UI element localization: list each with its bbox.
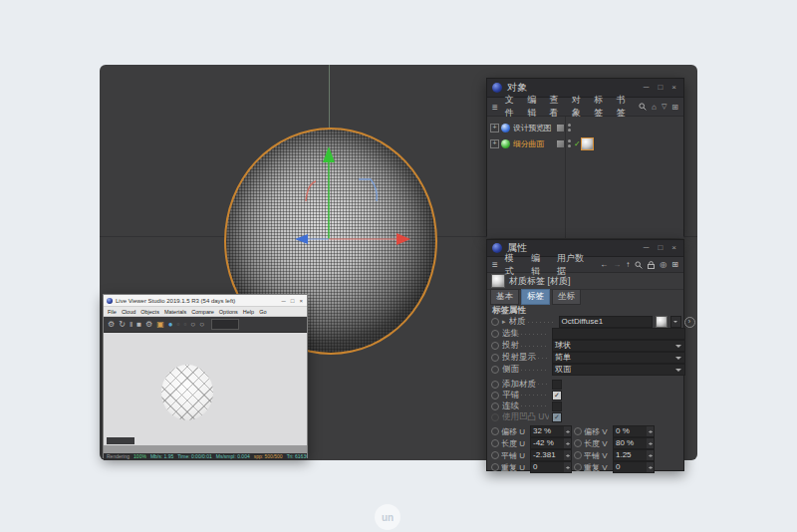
keyframe-toggle-icon[interactable]: [491, 427, 499, 435]
menu-compare[interactable]: Compare: [191, 309, 214, 315]
object-icon-preview[interactable]: [501, 124, 510, 133]
close-icon[interactable]: ×: [299, 298, 303, 304]
add-panel-icon[interactable]: ⊞: [671, 260, 678, 269]
menu-help[interactable]: Help: [243, 309, 254, 315]
region-render-icon[interactable]: ●: [168, 321, 173, 329]
expand-arrow-icon[interactable]: ▸: [502, 318, 506, 326]
material-dropdown-button[interactable]: [670, 316, 681, 328]
search-icon[interactable]: [639, 103, 647, 111]
menu-options[interactable]: Options: [219, 309, 238, 315]
keyframe-toggle-icon[interactable]: [491, 330, 499, 338]
tile-checkbox[interactable]: ✓: [552, 391, 562, 400]
restart-render-icon[interactable]: ↻: [119, 321, 126, 329]
menu-file[interactable]: File: [108, 309, 117, 315]
maximize-icon[interactable]: □: [291, 298, 295, 304]
tree-row-design-preview[interactable]: + 设计预览图: [487, 120, 683, 135]
stepper[interactable]: [647, 426, 654, 436]
repeat-u-field[interactable]: 0: [530, 461, 572, 473]
menu-go[interactable]: Go: [259, 309, 266, 315]
keyframe-toggle-icon[interactable]: [491, 318, 499, 326]
minimize-icon[interactable]: ─: [644, 244, 650, 252]
search-icon[interactable]: [635, 261, 643, 269]
home-icon[interactable]: ⌂: [652, 103, 657, 112]
object-icon-subdivision[interactable]: [501, 139, 510, 148]
repeat-v-field[interactable]: 0: [613, 461, 655, 473]
minimize-icon[interactable]: ─: [282, 298, 286, 304]
expander-icon[interactable]: +: [490, 139, 499, 148]
stepper[interactable]: [564, 426, 571, 436]
tab-coordinates[interactable]: 坐标: [552, 289, 581, 305]
picker-icon[interactable]: ▫: [177, 321, 180, 329]
side-select[interactable]: 双面: [552, 364, 685, 376]
stepper[interactable]: [564, 462, 571, 472]
keyframe-toggle-icon[interactable]: [491, 402, 499, 410]
up-icon[interactable]: ↑: [626, 260, 630, 269]
camera-light-icon[interactable]: ○: [190, 321, 195, 329]
tab-basic[interactable]: 基本: [490, 289, 519, 305]
layer-square-icon[interactable]: [557, 140, 564, 147]
filter-icon[interactable]: ▽: [662, 103, 666, 111]
offset-u-field[interactable]: 32 %: [530, 425, 572, 437]
focus-picker-icon[interactable]: ▫: [183, 321, 186, 329]
stepper[interactable]: [564, 450, 571, 460]
tiles-u-field[interactable]: -2.381: [530, 449, 572, 461]
material-input[interactable]: OctDiffuse1: [559, 316, 653, 328]
projection-display-select[interactable]: 简单: [552, 352, 685, 364]
keyframe-toggle-icon[interactable]: [491, 463, 499, 471]
menu-materials[interactable]: Materials: [164, 309, 186, 315]
stepper[interactable]: [647, 450, 654, 460]
menu-objects[interactable]: Objects: [140, 309, 159, 315]
selection-input[interactable]: [552, 328, 685, 340]
maximize-icon[interactable]: □: [658, 84, 663, 92]
material-light-icon[interactable]: ○: [199, 321, 204, 329]
keyframe-toggle-icon[interactable]: [574, 463, 582, 471]
material-picker-button[interactable]: ›: [684, 317, 695, 328]
panel-menu-icon[interactable]: ≡: [492, 102, 498, 113]
keyframe-toggle-icon[interactable]: [491, 439, 499, 447]
keyframe-toggle-icon[interactable]: [574, 451, 582, 459]
stop-render-icon[interactable]: ■: [136, 321, 141, 329]
visibility-dots[interactable]: [568, 124, 571, 132]
keyframe-toggle-icon[interactable]: [491, 392, 499, 399]
live-viewer-titlebar[interactable]: Live Viewer Studio 2019.1.5 R3 (54 days …: [104, 295, 307, 307]
menu-cloud[interactable]: Cloud: [122, 309, 135, 315]
render-settings-gear-icon[interactable]: ⚙: [145, 321, 152, 329]
add-panel-icon[interactable]: ⊞: [671, 103, 678, 112]
keyframe-toggle-icon[interactable]: [491, 381, 499, 389]
keyframe-toggle-icon[interactable]: [491, 354, 499, 362]
forward-icon[interactable]: →: [613, 260, 621, 269]
layer-square-icon[interactable]: [557, 125, 564, 132]
live-viewer-render-area[interactable]: [104, 333, 307, 445]
length-v-field[interactable]: 80 %: [613, 437, 655, 449]
projection-select[interactable]: 球状: [552, 340, 685, 352]
object-label-selected[interactable]: 细分曲面: [513, 138, 555, 149]
stepper[interactable]: [647, 438, 654, 448]
camera-select-dropdown[interactable]: [211, 319, 239, 330]
material-tag-thumbnail[interactable]: [581, 137, 594, 150]
stepper[interactable]: [647, 462, 654, 472]
length-u-field[interactable]: -42 %: [530, 437, 572, 449]
keyframe-toggle-icon[interactable]: [491, 342, 499, 350]
minimize-icon[interactable]: ─: [644, 84, 650, 92]
expander-icon[interactable]: +: [490, 124, 499, 133]
pause-render-icon[interactable]: ‖: [130, 321, 133, 329]
add-material-checkbox[interactable]: [552, 380, 562, 390]
back-icon[interactable]: ←: [600, 260, 608, 269]
stepper[interactable]: [564, 438, 571, 448]
visibility-dots[interactable]: [568, 139, 571, 147]
tree-row-subdivision-surface[interactable]: + 细分曲面 ✓: [487, 135, 683, 151]
seamless-checkbox[interactable]: [552, 401, 562, 411]
close-icon[interactable]: ×: [671, 244, 676, 252]
lock-icon[interactable]: [648, 261, 655, 269]
enabled-check-icon[interactable]: ✓: [574, 139, 580, 148]
object-label[interactable]: 设计预览图: [513, 123, 555, 133]
target-icon[interactable]: ◎: [660, 260, 666, 269]
keyframe-toggle-icon[interactable]: [491, 451, 499, 459]
offset-v-field[interactable]: 0 %: [613, 425, 655, 437]
keyframe-toggle-icon[interactable]: [491, 366, 499, 374]
material-thumbnail[interactable]: [656, 316, 667, 328]
settings-gear-icon[interactable]: ⚙: [108, 321, 115, 329]
keyframe-toggle-icon[interactable]: [574, 427, 582, 435]
tab-tag[interactable]: 标签: [521, 289, 550, 305]
maximize-icon[interactable]: □: [658, 244, 663, 252]
